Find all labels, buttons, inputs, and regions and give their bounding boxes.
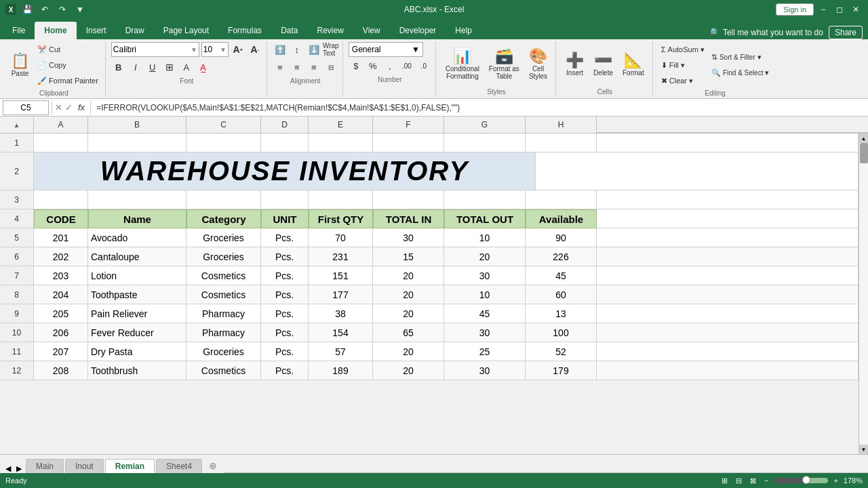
sheet-tab-inout[interactable]: Inout <box>65 459 104 473</box>
tab-formulas[interactable]: Formulas <box>218 22 271 39</box>
tab-view[interactable]: View <box>353 22 390 39</box>
font-color-button[interactable]: A̲ <box>196 60 211 75</box>
align-left-btn[interactable]: ≡ <box>273 60 288 75</box>
cell-d5[interactable]: Pcs. <box>261 228 309 247</box>
delete-btn[interactable]: ➖ Delete <box>589 45 617 84</box>
header-available[interactable]: Available <box>526 209 597 228</box>
formula-input[interactable] <box>94 100 865 115</box>
cell-a7[interactable]: 203 <box>34 266 88 285</box>
zoom-minus-btn[interactable]: − <box>764 476 768 485</box>
page-break-view-btn[interactable]: ⊠ <box>747 476 759 485</box>
italic-button[interactable]: I <box>128 60 143 75</box>
zoom-plus-btn[interactable]: + <box>833 476 837 485</box>
align-middle-btn[interactable]: ↕️ <box>290 42 304 57</box>
cell-e3[interactable] <box>309 190 373 209</box>
cell-e1[interactable] <box>309 134 373 152</box>
col-header-a[interactable]: A <box>34 117 88 133</box>
number-format-dropdown[interactable]: General ▼ <box>349 42 423 57</box>
underline-button[interactable]: U <box>145 60 160 75</box>
increase-font-btn[interactable]: A+ <box>231 42 245 57</box>
cell-b12[interactable]: Toothbrush <box>88 361 186 380</box>
undo-quick-btn[interactable]: ↶ <box>38 3 52 16</box>
cell-h9[interactable]: 13 <box>526 304 597 323</box>
vertical-scrollbar[interactable]: ▲ ▼ <box>859 134 868 454</box>
col-header-e[interactable]: E <box>309 117 373 133</box>
cell-d6[interactable]: Pcs. <box>261 247 309 266</box>
cell-b10[interactable]: Fever Reducer <box>88 323 186 342</box>
cell-f9[interactable]: 20 <box>373 304 444 323</box>
sheet-tab-sheet4[interactable]: Sheet4 <box>156 459 202 473</box>
page-layout-view-btn[interactable]: ⊟ <box>733 476 745 485</box>
tab-page-layout[interactable]: Page Layout <box>154 22 218 39</box>
cell-b9[interactable]: Pain Reliever <box>88 304 186 323</box>
cell-f7[interactable]: 20 <box>373 266 444 285</box>
cell-h3[interactable] <box>526 190 597 209</box>
cell-d12[interactable]: Pcs. <box>261 361 309 380</box>
header-totalout[interactable]: TOTAL OUT <box>444 209 526 228</box>
tab-draw[interactable]: Draw <box>116 22 154 39</box>
cell-c1[interactable] <box>186 134 261 152</box>
select-all-btn[interactable]: ▲ <box>14 121 20 129</box>
tab-scroll-left[interactable]: ◀ <box>3 464 14 473</box>
merge-center-btn[interactable]: ⊟ <box>323 60 338 75</box>
tab-home[interactable]: Home <box>35 22 76 39</box>
cell-g10[interactable]: 30 <box>444 323 526 342</box>
cell-d10[interactable]: Pcs. <box>261 323 309 342</box>
cell-styles-btn[interactable]: 🎨 CellStyles <box>525 45 551 84</box>
cell-h7[interactable]: 45 <box>526 266 597 285</box>
cell-a3[interactable] <box>34 190 88 209</box>
title-cell[interactable]: WAREHOUSE INVENTORY <box>34 152 536 190</box>
sheet-tab-main[interactable]: Main <box>26 459 64 473</box>
cell-d8[interactable]: Pcs. <box>261 285 309 304</box>
header-unit[interactable]: UNIT <box>261 209 309 228</box>
cell-g6[interactable]: 20 <box>444 247 526 266</box>
normal-view-btn[interactable]: ⊞ <box>719 476 730 485</box>
clear-btn[interactable]: ✖ Clear ▾ <box>658 73 707 88</box>
cell-b3[interactable] <box>88 190 186 209</box>
cell-h6[interactable]: 226 <box>526 247 597 266</box>
search-bar[interactable]: Tell me what you want to do <box>723 28 823 37</box>
cell-reference-box[interactable]: C5 <box>3 100 49 115</box>
cancel-formula-icon[interactable]: ✕ <box>55 102 62 113</box>
save-quick-btn[interactable]: 💾 <box>20 3 34 16</box>
tab-data[interactable]: Data <box>271 22 307 39</box>
scroll-thumb[interactable] <box>860 143 868 163</box>
sheet-scroll-area[interactable]: 1 2 WAREHOUSE INVENTORY <box>0 134 859 454</box>
cell-f8[interactable]: 20 <box>373 285 444 304</box>
border-button[interactable]: ⊞ <box>162 60 177 75</box>
bold-button[interactable]: B <box>111 60 126 75</box>
cell-b1[interactable] <box>88 134 186 152</box>
col-header-g[interactable]: G <box>444 117 526 133</box>
cell-c9[interactable]: Pharmacy <box>186 304 261 323</box>
cell-g1[interactable] <box>444 134 526 152</box>
align-right-btn[interactable]: ≡ <box>307 60 321 75</box>
comma-btn[interactable]: , <box>382 58 397 73</box>
currency-btn[interactable]: $ <box>349 58 363 73</box>
cell-a11[interactable]: 207 <box>34 342 88 361</box>
share-btn[interactable]: Share <box>829 26 863 39</box>
cell-a6[interactable]: 202 <box>34 247 88 266</box>
cell-b7[interactable]: Lotion <box>88 266 186 285</box>
cell-b5[interactable]: Avocado <box>88 228 186 247</box>
cell-b8[interactable]: Toothpaste <box>88 285 186 304</box>
decimal-inc-btn[interactable]: .00 <box>399 58 414 73</box>
col-header-h[interactable]: H <box>526 117 597 133</box>
header-totalin[interactable]: TOTAL IN <box>373 209 444 228</box>
cell-a8[interactable]: 204 <box>34 285 88 304</box>
cell-e5[interactable]: 70 <box>309 228 373 247</box>
cell-d7[interactable]: Pcs. <box>261 266 309 285</box>
cell-c12[interactable]: Cosmetics <box>186 361 261 380</box>
cell-c8[interactable]: Cosmetics <box>186 285 261 304</box>
cell-c5[interactable]: Groceries <box>186 228 261 247</box>
wrap-text-btn[interactable]: Wrap Text <box>323 42 338 57</box>
cell-h1[interactable] <box>526 134 597 152</box>
cell-f1[interactable] <box>373 134 444 152</box>
col-header-b[interactable]: B <box>88 117 186 133</box>
tab-review[interactable]: Review <box>307 22 353 39</box>
cell-a1[interactable] <box>34 134 88 152</box>
cell-d9[interactable]: Pcs. <box>261 304 309 323</box>
cell-d3[interactable] <box>261 190 309 209</box>
col-header-f[interactable]: F <box>373 117 444 133</box>
copy-button[interactable]: 📄 Copy <box>35 58 101 73</box>
col-header-d[interactable]: D <box>261 117 309 133</box>
